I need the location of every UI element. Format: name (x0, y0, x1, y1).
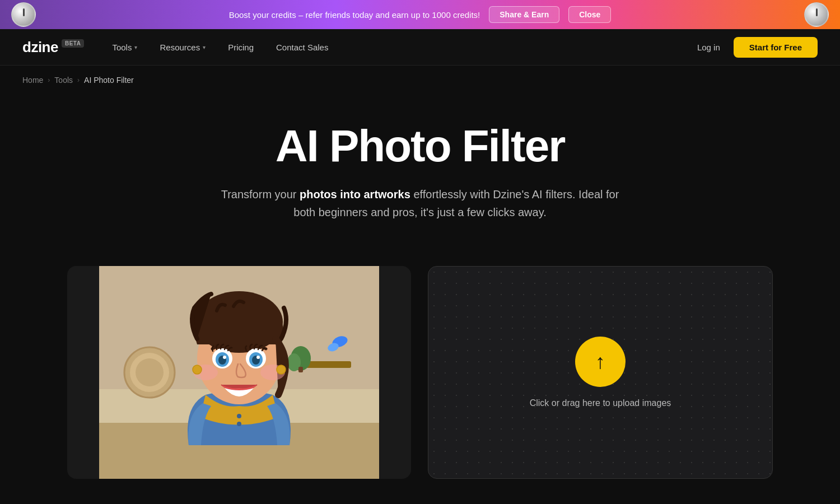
svg-point-25 (193, 365, 202, 374)
svg-point-11 (136, 358, 164, 386)
logo-area: dzine BETA (22, 39, 84, 56)
banner-text: Boost your credits – refer friends today… (229, 10, 480, 20)
hero-subtitle-bold: photos into artworks (300, 188, 410, 200)
start-free-button[interactable]: Start for Free (734, 37, 818, 58)
close-banner-button[interactable]: Close (568, 6, 611, 23)
tools-chevron-icon: ▾ (134, 44, 137, 50)
navbar: dzine BETA Tools ▾ Resources ▾ Pricing C… (0, 29, 840, 66)
hero-subtitle: Transform your photos into artworks effo… (210, 185, 630, 221)
svg-rect-6 (298, 367, 303, 372)
hero-title: AI Photo Filter (22, 123, 818, 170)
upload-icon-circle: ↑ (575, 337, 626, 387)
upload-arrow-icon: ↑ (595, 352, 605, 372)
logo[interactable]: dzine (22, 39, 58, 56)
hero-subtitle-plain: Transform your (221, 188, 300, 200)
dial-left (11, 2, 36, 27)
breadcrumb: Home › Tools › AI Photo Filter (0, 66, 840, 95)
svg-point-26 (277, 365, 286, 374)
svg-point-28 (237, 422, 241, 426)
resources-nav-link[interactable]: Resources ▾ (160, 43, 206, 52)
svg-point-27 (237, 414, 241, 418)
svg-point-22 (256, 356, 260, 359)
top-banner: Boost your credits – refer friends today… (0, 0, 840, 29)
content-area: ↑ Click or drag here to upload images (0, 244, 840, 501)
nav-right: Log in Start for Free (697, 37, 818, 58)
dial-right (804, 2, 829, 27)
pricing-nav-link[interactable]: Pricing (228, 43, 254, 52)
upload-label: Click or drag here to upload images (530, 398, 671, 408)
breadcrumb-current: AI Photo Filter (84, 76, 134, 85)
breadcrumb-tools[interactable]: Tools (54, 76, 73, 85)
breadcrumb-home[interactable]: Home (22, 76, 43, 85)
example-image-card (67, 266, 411, 479)
contact-sales-nav-link[interactable]: Contact Sales (276, 43, 328, 52)
login-link[interactable]: Log in (697, 43, 720, 52)
cartoon-image (67, 266, 411, 479)
resources-chevron-icon: ▾ (203, 44, 206, 50)
upload-card[interactable]: ↑ Click or drag here to upload images (428, 266, 773, 479)
nav-links: Tools ▾ Resources ▾ Pricing Contact Sale… (112, 43, 697, 52)
hero-section: AI Photo Filter Transform your photos in… (0, 95, 840, 244)
svg-point-21 (223, 356, 226, 359)
tools-nav-link[interactable]: Tools ▾ (112, 43, 137, 52)
beta-badge: BETA (62, 39, 84, 48)
breadcrumb-sep-1: › (48, 76, 50, 84)
breadcrumb-sep-2: › (77, 76, 80, 84)
share-earn-button[interactable]: Share & Earn (489, 6, 559, 23)
